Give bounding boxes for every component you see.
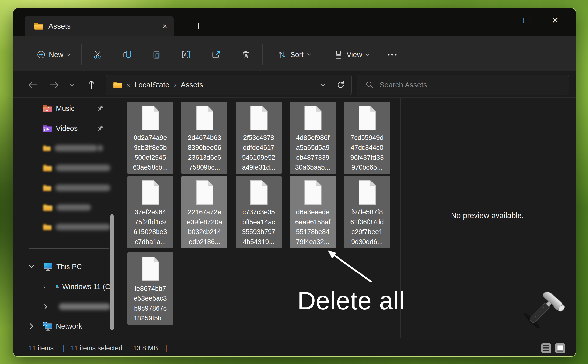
file-name: d6e3eeede 6aa96158af 55178be84 79f4ea32.… xyxy=(295,207,331,247)
copy-button[interactable] xyxy=(118,45,136,64)
sidebar-item-redacted[interactable] xyxy=(25,199,110,216)
thumbnail-view-button[interactable] xyxy=(555,343,565,353)
file-tile[interactable]: 7cd55949d 47dc344c0 96f437fd33 970bc65..… xyxy=(344,102,390,174)
chevron-collapsed-icon[interactable] xyxy=(44,304,48,310)
sidebar-item-label: Windows 11 (C xyxy=(62,283,110,291)
videos-folder-icon xyxy=(43,124,52,133)
search-input[interactable] xyxy=(379,80,548,89)
redacted-pin xyxy=(98,145,103,151)
sidebar-item-network[interactable]: Network xyxy=(25,318,110,334)
file-tile[interactable]: 0d2a74a9e 9cb3ff8e5b 500ef2945 63ae58cb.… xyxy=(127,102,173,174)
chevron-expanded-icon[interactable] xyxy=(29,265,35,269)
folder-icon xyxy=(34,22,43,30)
sidebar-scrollbar[interactable] xyxy=(110,214,114,330)
sidebar-item-redacted[interactable] xyxy=(25,180,110,196)
folder-icon xyxy=(113,81,122,89)
annotation-label: Delete all xyxy=(297,286,405,315)
this-pc-icon xyxy=(43,262,53,271)
chevron-down-icon xyxy=(67,53,71,56)
sidebar-item-redacted[interactable] xyxy=(25,219,110,235)
view-button[interactable]: View xyxy=(327,45,376,64)
document-icon xyxy=(249,106,268,130)
sidebar-item-videos[interactable]: Videos xyxy=(25,120,110,136)
preview-message: No preview available. xyxy=(401,211,574,220)
status-bar: 11 items | 11 items selected 13.8 MB | xyxy=(13,340,576,357)
delete-button[interactable] xyxy=(237,45,255,64)
maximize-button[interactable]: □ xyxy=(515,10,538,30)
recent-locations-button[interactable] xyxy=(65,75,80,95)
search-icon xyxy=(366,81,374,89)
file-tile[interactable]: 2d4674b63 8390bee06 23613d6c6 75809bc... xyxy=(181,102,227,174)
up-button[interactable] xyxy=(83,75,100,95)
plus-circle-icon xyxy=(37,50,45,59)
tab-close-icon[interactable]: × xyxy=(162,22,167,30)
file-explorer-window: Assets × + — □ × New xyxy=(13,8,576,357)
drive-icon xyxy=(55,282,59,291)
back-button[interactable] xyxy=(24,75,41,95)
details-view-button[interactable] xyxy=(541,343,551,353)
more-options-button[interactable] xyxy=(383,45,402,64)
chevron-down-icon xyxy=(365,53,369,56)
toolbar-divider xyxy=(262,44,263,65)
chevron-down-icon xyxy=(307,53,311,56)
sidebar-divider xyxy=(29,248,109,249)
breadcrumb-localstate[interactable]: LocalState xyxy=(134,81,169,89)
file-name: fe8674bb7 e53ee5ac3 b9c97867c 18259f5b..… xyxy=(134,284,167,323)
rename-button[interactable] xyxy=(178,45,195,64)
sidebar-item-redacted[interactable] xyxy=(25,140,110,156)
file-tile[interactable]: fe8674bb7 e53ee5ac3 b9c97867c 18259f5b..… xyxy=(127,252,173,325)
folder-icon xyxy=(43,144,51,152)
toolbar-divider xyxy=(81,44,82,65)
breadcrumb-assets[interactable]: Assets xyxy=(181,81,203,89)
file-tile[interactable]: c737c3e35 bff5ea14ac 35593b797 4b54319..… xyxy=(236,176,282,248)
file-name: f97fe587f8 61f36f37dd c29f7bee1 9d30dd6.… xyxy=(350,207,384,247)
share-button[interactable] xyxy=(207,45,225,64)
cut-button[interactable] xyxy=(89,45,107,64)
document-icon xyxy=(141,106,160,130)
file-tile[interactable]: d6e3eeede 6aa96158af 55178be84 79f4ea32.… xyxy=(290,176,336,248)
close-button[interactable]: × xyxy=(543,10,567,30)
paste-button[interactable] xyxy=(148,45,166,64)
sidebar-item-windows-drive[interactable]: Windows 11 (C xyxy=(25,278,110,295)
ellipsis-icon xyxy=(387,53,397,56)
document-icon xyxy=(357,180,377,205)
status-divider: | xyxy=(63,343,65,352)
divider xyxy=(13,97,576,98)
file-tile[interactable]: 2f53c4378 ddfde4617 546109e52 a49fe31d..… xyxy=(236,102,282,174)
file-name: 0d2a74a9e 9cb3ff8e5b 500ef2945 63ae58cb.… xyxy=(133,133,168,172)
file-tile[interactable]: f97fe587f8 61f36f37dd c29f7bee1 9d30dd6.… xyxy=(344,176,390,248)
file-tile[interactable]: 4d85ef986f a5a65d5a9 cb4877339 30a65aa5.… xyxy=(290,102,336,174)
sidebar-item-redacted[interactable] xyxy=(25,160,110,176)
arrow-right-icon xyxy=(49,81,59,89)
forward-button[interactable] xyxy=(46,75,63,95)
new-button[interactable]: New xyxy=(31,45,76,64)
redacted-label xyxy=(56,165,110,171)
sort-button[interactable]: Sort xyxy=(271,45,317,64)
file-tile[interactable]: 37ef2e964 75f2fbf1c9 615028be3 c7dba1a..… xyxy=(127,176,173,248)
arrow-up-icon xyxy=(88,80,95,90)
arrow-left-icon xyxy=(28,81,38,89)
toolbar-divider xyxy=(377,44,377,65)
minimize-button[interactable]: — xyxy=(486,10,510,30)
sidebar-item-music[interactable]: Music xyxy=(25,100,110,116)
refresh-icon[interactable] xyxy=(336,80,345,90)
share-icon xyxy=(211,50,221,59)
new-tab-button[interactable]: + xyxy=(190,18,207,34)
breadcrumb-overflow[interactable]: « xyxy=(126,81,130,89)
sidebar-item-label: This PC xyxy=(56,263,82,271)
sidebar-item-redacted-drive[interactable] xyxy=(25,298,110,315)
chevron-down-icon xyxy=(69,83,75,87)
scissors-icon xyxy=(93,50,102,59)
status-divider: | xyxy=(165,343,167,352)
rename-icon xyxy=(182,50,191,59)
address-dropdown-icon[interactable] xyxy=(320,83,326,87)
file-tile[interactable]: 22167a72e e39fe8720a b032cb214 edb2186..… xyxy=(181,176,227,248)
address-bar[interactable]: « LocalState › Assets xyxy=(106,75,352,95)
chevron-collapsed-icon[interactable] xyxy=(44,284,45,290)
tab-assets[interactable]: Assets × xyxy=(25,16,174,36)
chevron-collapsed-icon[interactable] xyxy=(30,323,34,329)
pin-icon xyxy=(96,125,104,132)
sidebar-item-this-pc[interactable]: This PC xyxy=(25,258,110,275)
network-icon xyxy=(43,321,52,331)
pin-icon xyxy=(96,105,104,112)
